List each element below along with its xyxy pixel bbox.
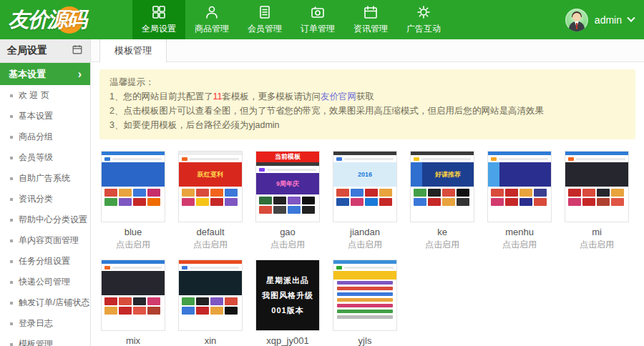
sidebar-item[interactable]: 自助广告系统	[0, 168, 90, 189]
sidebar-item[interactable]: 商品分组	[0, 127, 90, 147]
nav-item-商品管理[interactable]: 商品管理	[185, 0, 238, 39]
thumbnail-product-tile	[505, 198, 518, 206]
sidebar-item[interactable]: 欢 迎 页	[0, 85, 90, 106]
template-thumbnail[interactable]: 2016	[333, 151, 397, 222]
sidebar-item[interactable]: 模板管理	[0, 334, 90, 346]
thumbnail-product-tile	[210, 307, 223, 315]
sidebar-item[interactable]: 任务分组设置	[0, 251, 90, 272]
notice-text: 11	[213, 92, 222, 102]
thumbnail-list-row	[337, 287, 393, 290]
tab-bar: 模板管理	[91, 39, 644, 62]
bullet-icon	[10, 343, 13, 346]
thumbnail-product-tile	[182, 307, 195, 315]
notice-link[interactable]: 友价官网	[321, 92, 356, 102]
thumbnail-product-tile	[302, 197, 315, 204]
template-enable-link[interactable]: 点击启用	[410, 239, 474, 251]
thumbnail-banner-row	[102, 162, 165, 187]
thumbnail-product-tile	[104, 297, 117, 305]
notice-line: 3、如要使用模板，后台路径必须为yjadmin	[109, 118, 625, 132]
template-thumbnail[interactable]: 跃红趸利	[178, 151, 243, 222]
nav-item-label: 资讯管理	[353, 23, 388, 35]
template-enable-link[interactable]: 点击启用	[487, 239, 552, 251]
thumbnail-product-tile	[104, 307, 117, 315]
notice-text: 2、点击模板图片可以查看全图，但为了节省您的带宽，效果图采用高压缩模式，但启用后…	[109, 106, 544, 116]
thumbnail-product-tile	[225, 307, 238, 315]
user-name: admin	[595, 14, 622, 26]
template-enable-link[interactable]: 点击启用	[178, 239, 243, 251]
thumbnail-product-tile	[196, 198, 209, 206]
user-menu[interactable]: admin	[565, 0, 634, 39]
thumbnail-products	[179, 295, 242, 317]
sidebar-item[interactable]: 单内容页面管理	[0, 230, 90, 251]
thumbnail-product-tile	[519, 198, 532, 206]
sidebar-item[interactable]: 帮助中心分类设置	[0, 209, 90, 230]
thumbnail-product-tile	[259, 206, 272, 214]
template-name: blue	[101, 227, 165, 237]
thumbnail-product-tile	[182, 198, 195, 206]
template-enable-link[interactable]: 点击启用	[255, 239, 320, 251]
bullet-icon	[10, 281, 13, 284]
sidebar-item[interactable]: 资讯分类	[0, 189, 90, 209]
template-enable-link[interactable]: 点击启用	[333, 239, 397, 251]
thumbnail-product-tile	[519, 189, 532, 197]
template-card: xin点击启用	[178, 260, 243, 346]
tab-template-management[interactable]: 模板管理	[99, 39, 167, 62]
template-thumbnail[interactable]: 好课推荐	[410, 151, 474, 222]
template-grid: blue点击启用跃红趸利default点击启用当前模板9周年庆gao点击启用20…	[91, 148, 644, 346]
thumbnail-banner-row	[488, 162, 551, 187]
chevron-down-icon	[627, 14, 635, 21]
nav-item-广告互动[interactable]: 广告互动	[397, 0, 450, 39]
template-enable-link[interactable]: 点击启用	[101, 239, 165, 251]
thumbnail-banner-row	[102, 271, 165, 295]
sidebar-item[interactable]: 登录日志	[0, 313, 90, 334]
thumbnail-searchbar	[267, 169, 316, 171]
thumbnail-products	[102, 295, 165, 317]
template-name: yjls	[333, 335, 397, 346]
thumbnail-product-tile	[147, 198, 160, 206]
thumbnail-product-tile	[442, 198, 455, 206]
sidebar-item-label: 单内容页面管理	[19, 234, 79, 247]
template-thumbnail[interactable]	[333, 260, 397, 331]
bullet-icon	[10, 177, 13, 180]
thumbnail-banner-row: 好课推荐	[411, 162, 474, 187]
template-thumbnail[interactable]	[178, 260, 243, 331]
nav-item-资讯管理[interactable]: 资讯管理	[344, 0, 397, 39]
thumbnail-banner-row	[333, 271, 396, 280]
thumbnail-products	[565, 187, 628, 208]
thumbnail-product-tile	[597, 198, 610, 206]
thumbnail-products	[333, 187, 396, 208]
sidebar-group-basic-settings[interactable]: 基本设置 ›	[0, 63, 90, 85]
template-thumbnail[interactable]	[565, 151, 629, 222]
nav-item-订单管理[interactable]: 订单管理	[291, 0, 344, 39]
template-thumbnail[interactable]: 当前模板9周年庆	[255, 151, 320, 222]
thumbnail-banner-row	[179, 271, 242, 295]
nav-item-会员管理[interactable]: 会员管理	[238, 0, 291, 39]
template-card: menhu点击启用	[487, 151, 552, 251]
thumbnail-product-tile	[210, 189, 223, 197]
sidebar-item[interactable]: 会员等级	[0, 147, 90, 168]
thumbnail-searchbar	[344, 158, 394, 160]
thumbnail-product-tile	[225, 297, 238, 305]
thumbnail-banner	[499, 162, 551, 187]
template-thumbnail[interactable]: 星期派出品我图风格升级001版本	[255, 260, 320, 331]
template-thumbnail[interactable]	[101, 151, 165, 222]
thumbnail-banner	[333, 271, 396, 280]
sidebar-item[interactable]: 基本设置	[0, 106, 90, 127]
sidebar-item[interactable]: 触发订单/店铺状态	[0, 292, 90, 313]
app-logo[interactable]: 友价源码	[0, 0, 132, 39]
template-enable-link[interactable]: 点击启用	[565, 239, 629, 251]
template-thumbnail[interactable]	[101, 260, 165, 331]
template-card: 2016jiandan点击启用	[333, 151, 397, 251]
sidebar-item[interactable]: 快递公司管理	[0, 272, 90, 292]
nav-item-全局设置[interactable]: 全局设置	[132, 0, 185, 39]
thumbnail-products	[411, 187, 474, 208]
sidebar-item-label: 自助广告系统	[19, 172, 70, 184]
thumbnail-list-row	[337, 292, 393, 296]
template-thumbnail[interactable]	[487, 151, 552, 222]
template-name: xqp_jy001	[255, 335, 320, 346]
document-icon	[257, 4, 273, 20]
thumbnail-product-tile	[336, 189, 349, 197]
thumbnail-list	[333, 280, 396, 320]
thumbnail-product-tile	[582, 198, 595, 206]
thumbnail-product-tile	[133, 307, 146, 315]
